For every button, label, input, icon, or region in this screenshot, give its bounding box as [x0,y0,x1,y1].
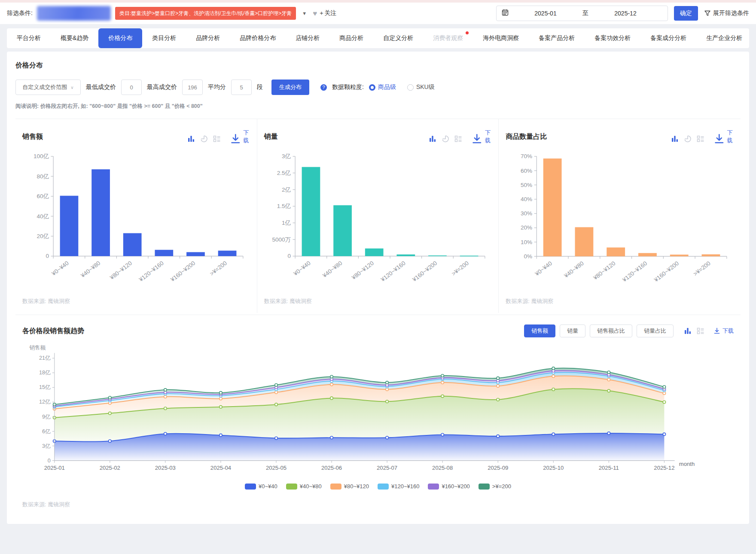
datasource-label: 数据来源: 魔镜洞察 [264,297,492,305]
svg-text:¥160~¥200: ¥160~¥200 [411,260,438,283]
legend-label: >¥=200 [492,483,511,490]
tab-11[interactable]: 备案产品分析 [529,28,585,48]
datasource-label: 数据来源: 魔镜洞察 [22,297,250,305]
table-view-icon[interactable] [454,131,462,143]
svg-text:2025-05: 2025-05 [266,465,287,471]
download-label: 下载 [485,129,491,144]
tab-12[interactable]: 备案功效分析 [585,28,640,48]
tab-3[interactable]: 类目分析 [142,28,186,48]
svg-text:2025-06: 2025-06 [321,465,342,471]
granularity-radio-0[interactable]: 商品级 [369,83,396,91]
svg-text:60%: 60% [521,167,532,174]
bar-chart-icon[interactable] [671,131,679,143]
product-count-share-title: 商品数量占比 [506,132,547,141]
svg-text:¥120~¥160: ¥120~¥160 [621,260,649,283]
trend-metric-button-2[interactable]: 销售额占比 [590,324,632,337]
table-view-icon[interactable] [697,131,704,143]
confirm-button[interactable]: 确定 [674,6,698,21]
price-segment-trend-section: 各价格段销售额趋势 销售额销量销售额占比销量占比 下载 03亿6亿9亿12亿15… [15,315,741,508]
trend-metric-button-1[interactable]: 销量 [560,324,585,337]
svg-text:60亿: 60亿 [37,193,49,199]
date-range-picker[interactable]: 至 [496,6,668,21]
help-icon[interactable] [320,84,327,91]
sales-amount-bar-chart: 020亿40亿60亿80亿100亿¥0~¥40¥40~¥80¥80~¥120¥1… [22,150,250,295]
pie-chart-icon[interactable] [684,131,692,143]
granularity-radio-1[interactable]: SKU级 [407,83,435,91]
svg-text:0: 0 [46,253,49,259]
svg-text:¥80~¥120: ¥80~¥120 [350,260,375,281]
tab-8[interactable]: 自定义分析 [373,28,423,48]
filter-conditions-label: 筛选条件: [7,9,33,17]
date-start-field[interactable] [509,10,582,17]
granularity-label: 数据颗粒度: [332,83,364,91]
svg-text:2025-10: 2025-10 [543,465,564,471]
segments-input[interactable] [231,80,252,95]
tab-10[interactable]: 海外电商洞察 [473,28,529,48]
svg-text:80亿: 80亿 [37,173,49,179]
legend-item-1[interactable]: ¥40~¥80 [286,483,322,490]
distribution-charts-row: 销售额 下载 020亿40亿60亿80亿100亿¥0~¥40¥40~¥80¥80… [15,119,741,313]
legend-item-2[interactable]: ¥80~¥120 [330,483,369,490]
legend-item-5[interactable]: >¥=200 [479,483,511,490]
tab-4[interactable]: 品牌分析 [186,28,230,48]
svg-text:2025-02: 2025-02 [100,465,120,471]
granularity-radio-group: 商品级SKU级 [369,83,435,91]
legend-item-3[interactable]: ¥120~¥160 [378,483,419,490]
legend-item-4[interactable]: ¥160~¥200 [428,483,469,490]
svg-text:0: 0 [48,458,51,464]
tab-2[interactable]: 价格分布 [98,28,142,48]
chevron-down-icon[interactable] [300,11,308,16]
svg-text:2025-11: 2025-11 [599,465,619,471]
max-price-input[interactable] [182,80,203,95]
tab-5[interactable]: 品牌价格分布 [230,28,286,48]
svg-text:¥120~¥160: ¥120~¥160 [137,260,165,283]
follow-button[interactable]: ＋关注 [313,9,336,17]
svg-text:¥0~¥40: ¥0~¥40 [50,260,70,277]
svg-text:¥40~¥80: ¥40~¥80 [321,260,343,279]
keyword-input-blurred[interactable] [37,6,111,21]
svg-text:¥160~¥200: ¥160~¥200 [653,260,680,283]
price-range-select[interactable]: 自定义成交价范围 [15,80,81,95]
svg-text:2025-07: 2025-07 [377,465,397,471]
date-to-label: 至 [582,9,588,17]
tab-7[interactable]: 商品分析 [329,28,373,48]
table-view-icon[interactable] [697,327,704,335]
expand-filters-button[interactable]: 展开筛选条件 [704,9,749,17]
svg-text:30%: 30% [521,210,532,217]
tab-13[interactable]: 备案成分分析 [640,28,696,48]
pie-chart-icon[interactable] [200,131,208,143]
legend-item-0[interactable]: ¥0~¥40 [245,483,277,490]
svg-text:0%: 0% [524,253,533,259]
download-button[interactable]: 下载 [229,129,250,145]
download-button[interactable]: 下载 [713,327,734,335]
tab-9[interactable]: 消费者观察 [423,28,473,48]
trend-metric-button-0[interactable]: 销售额 [524,324,555,337]
date-end-field[interactable] [588,10,662,17]
svg-text:15亿: 15亿 [39,385,51,391]
chart-legend: ¥0~¥40¥40~¥80¥80~¥120¥120~¥160¥160~¥200>… [22,483,734,490]
min-price-label: 最低成交价 [86,83,116,91]
trend-metric-button-3[interactable]: 销量占比 [637,324,674,337]
pie-chart-icon[interactable] [442,131,449,143]
top-filter-bar: 筛选条件: 类目:婴童洗护>婴童口腔>牙膏、洗护清洁剂/卫生巾/纸/香薰>口腔护… [0,3,756,24]
download-button[interactable]: 下载 [713,129,734,145]
download-button[interactable]: 下载 [471,129,491,145]
generate-distribution-button[interactable]: 生成分布 [271,80,309,95]
sales-amount-title: 销售额 [22,132,43,141]
table-view-icon[interactable] [213,131,221,143]
heart-icon [313,10,317,17]
bar-chart-icon[interactable] [187,131,195,143]
bar-chart-icon[interactable] [684,327,692,335]
bar-chart-icon[interactable] [429,131,436,143]
svg-text:10%: 10% [521,239,532,245]
svg-text:¥40~¥80: ¥40~¥80 [563,260,585,279]
tab-14[interactable]: 生产企业分析 [696,28,749,48]
min-price-input[interactable] [121,80,142,95]
category-filter-tag[interactable]: 类目:婴童洗护>婴童口腔>牙膏、洗护清洁剂/卫生巾/纸/香薰>口腔护理>牙膏 [115,7,296,20]
legend-label: ¥120~¥160 [391,483,419,490]
tab-1[interactable]: 概要&趋势 [51,28,98,48]
tab-0[interactable]: 平台分析 [7,28,51,48]
max-price-label: 最高成交价 [147,83,177,91]
tab-6[interactable]: 店铺分析 [286,28,329,48]
legend-swatch [428,484,439,490]
